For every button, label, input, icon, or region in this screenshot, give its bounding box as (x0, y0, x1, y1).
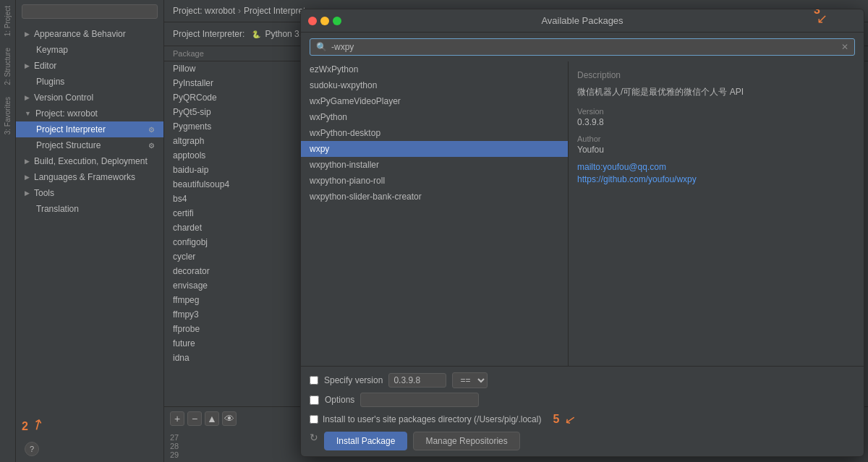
description-text: 微信机器人/可能是最优雅的微信个人号 API (577, 86, 855, 98)
vtab-structure[interactable]: 2: Structure (1, 42, 14, 91)
breadcrumb-sep: › (238, 6, 241, 16)
dialog-titlebar: Available Packages (301, 9, 864, 33)
vtab-project[interactable]: 1: Project (1, 0, 14, 42)
package-results-list: ezWxPython sudoku-wxpython wxPyGameVideo… (301, 61, 569, 366)
install-checkbox-label: Install to user's site packages director… (323, 414, 541, 424)
specify-version-row: Specify version == >= <= (310, 372, 855, 388)
arrow-icon: ▶ (25, 94, 30, 101)
manage-repositories-button[interactable]: Manage Repositories (413, 432, 519, 450)
options-row: Options (310, 393, 855, 407)
dialog-footer: Specify version == >= <= Options (301, 366, 864, 456)
author-value: Youfou (577, 145, 855, 155)
arrow-icon: ▶ (25, 158, 30, 165)
settings-icon: ⚙ (148, 126, 155, 134)
annotation-area-2: 2 ↗ (16, 407, 163, 436)
vtab-favorites[interactable]: 3: Favorites (1, 91, 14, 140)
pkg-item-wxpython-desktop[interactable]: wxPython-desktop (301, 125, 568, 141)
description-panel: Description 微信机器人/可能是最优雅的微信个人号 API Versi… (569, 61, 864, 366)
pkg-item-wxpython-installer[interactable]: wxpython-installer (301, 157, 568, 173)
sidebar-item-version-control[interactable]: ▶ Version Control (16, 90, 163, 106)
specify-version-checkbox[interactable] (310, 376, 318, 385)
options-checkbox[interactable] (310, 395, 319, 405)
sidebar-item-languages[interactable]: ▶ Languages & Frameworks (16, 169, 163, 185)
add-package-button[interactable]: + (170, 411, 184, 426)
sidebar-item-plugins[interactable]: Plugins (16, 74, 163, 90)
clear-search-icon[interactable]: ✕ (841, 42, 848, 52)
sidebar-item-project-wxrobot[interactable]: ▼ Project: wxrobot (16, 106, 163, 121)
sidebar-item-build-exec[interactable]: ▶ Build, Execution, Deployment (16, 153, 163, 169)
arrow-icon: ▶ (25, 30, 30, 38)
specify-version-container: Specify version (310, 375, 383, 385)
sidebar-item-project-interpreter[interactable]: Project Interpreter ⚙ (16, 121, 163, 137)
annotation-5: 5 (553, 413, 559, 426)
github-link[interactable]: https://github.com/youfou/wxpy (577, 174, 855, 184)
dialog-search-area: 🔍 3 ↙ ✕ (301, 33, 864, 61)
sidebar-item-appearance[interactable]: ▶ Appearance & Behavior (16, 26, 163, 42)
search-icon: 🔍 (316, 42, 327, 52)
options-label: Options (325, 395, 354, 405)
annotation-2: 2 (22, 420, 28, 433)
pkg-item-wxpython-slider[interactable]: wxpython-slider-bank-creator (301, 189, 568, 205)
cal-row-28: 28 (170, 442, 179, 450)
show-all-button[interactable]: 👁 (222, 411, 237, 426)
sidebar-search-container (16, 0, 163, 23)
help-button[interactable]: ? (25, 442, 39, 456)
version-select[interactable]: == >= <= (452, 372, 488, 388)
arrow-icon: ▼ (25, 110, 31, 117)
available-packages-dialog: Available Packages 🔍 3 ↙ ✕ ezWxPython su… (300, 9, 864, 457)
install-checkbox-row: Install to user's site packages director… (310, 411, 855, 427)
description-label: Description (577, 70, 855, 80)
arrow-5: ↙ (564, 411, 578, 428)
pkg-item-wxpython[interactable]: wxPython 4 ↙ (301, 109, 568, 125)
sidebar-search-input[interactable] (22, 4, 158, 19)
install-package-button[interactable]: Install Package (324, 432, 407, 450)
arrow-3: ↙ (817, 11, 827, 27)
pkg-item-wxpy[interactable]: wxpy (301, 141, 568, 157)
version-input[interactable] (388, 373, 446, 388)
author-label: Author (577, 134, 855, 143)
refresh-icon[interactable]: ↻ (310, 432, 318, 450)
sidebar-item-translation[interactable]: Translation (16, 201, 163, 217)
pkg-item-wxpygame[interactable]: wxPyGameVideoPlayer (301, 93, 568, 109)
vertical-tabs-panel: 1: Project 2: Structure 3: Favorites (0, 0, 16, 462)
version-label: Version (577, 107, 855, 116)
specify-version-label: Specify version (324, 375, 383, 385)
interpreter-label: Project Interpreter: (173, 29, 244, 39)
cal-row-27: 27 (170, 433, 179, 442)
breadcrumb-project: Project: wxrobot (173, 6, 235, 16)
traffic-lights (308, 17, 341, 25)
install-checkbox-container: Install to user's site packages director… (310, 414, 541, 424)
arrow-annotation-2: ↗ (27, 414, 47, 435)
arrow-icon: ▶ (25, 174, 30, 181)
minimize-button[interactable] (320, 17, 329, 25)
pkg-item-sudoku[interactable]: sudoku-wxpython (301, 77, 568, 93)
close-button[interactable] (308, 17, 317, 25)
sidebar-item-keymap[interactable]: Keymap (16, 42, 163, 58)
remove-package-button[interactable]: − (187, 411, 202, 426)
maximize-button[interactable] (333, 17, 341, 25)
pkg-item-ezwxpython[interactable]: ezWxPython (301, 61, 568, 77)
upgrade-package-button[interactable]: ▲ (205, 411, 219, 426)
version-value: 0.3.9.8 (577, 117, 855, 127)
footer-buttons-row: ↻ Install Package Manage Repositories (310, 432, 855, 450)
sidebar-item-project-structure[interactable]: Project Structure ⚙ (16, 137, 163, 153)
pkg-item-wxpython-piano[interactable]: wxpython-piano-roll (301, 173, 568, 189)
options-input[interactable] (360, 393, 479, 407)
settings-icon: ⚙ (148, 142, 155, 150)
settings-sidebar: ▶ Appearance & Behavior Keymap ▶ Editor … (16, 0, 164, 462)
arrow-icon: ▶ (25, 189, 30, 197)
dialog-body: ezWxPython sudoku-wxpython wxPyGameVideo… (301, 61, 864, 366)
mailto-link[interactable]: mailto:youfou@qq.com (577, 162, 855, 172)
install-to-user-checkbox[interactable] (310, 415, 318, 424)
sidebar-item-editor[interactable]: ▶ Editor (16, 58, 163, 74)
package-search-input[interactable] (331, 42, 837, 52)
cal-row-29: 29 (170, 450, 179, 459)
arrow-icon: ▶ (25, 62, 30, 69)
dialog-title: Available Packages (541, 15, 623, 26)
options-container: Options (310, 393, 479, 407)
sidebar-item-tools[interactable]: ▶ Tools (16, 185, 163, 201)
python-icon: 🐍 (250, 28, 262, 40)
search-inner: 🔍 3 ↙ ✕ (310, 38, 855, 56)
sidebar-items-list: ▶ Appearance & Behavior Keymap ▶ Editor … (16, 23, 163, 407)
